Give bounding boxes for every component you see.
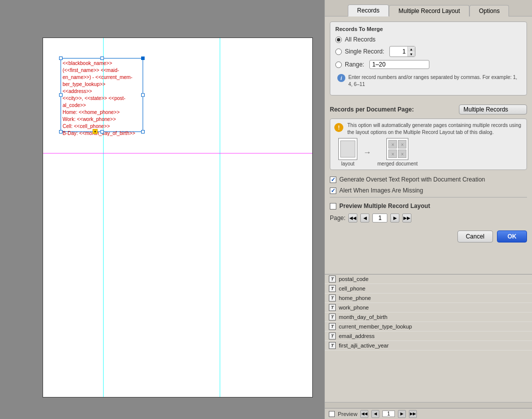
field-type-icon-5: T — [329, 314, 336, 320]
dialog-panel: Records Multiple Record Layout Options R… — [324, 0, 532, 419]
field-address: <<address>> — [63, 88, 141, 95]
field-name-email: email_address — [339, 333, 375, 339]
field-list-item-ajli-year[interactable]: T first_ajli_active_year — [325, 341, 532, 350]
bottom-preview-bar: Preview ◀◀ ◀ 1 ▶ ▶▶ — [325, 408, 532, 419]
tab-records[interactable]: Records — [348, 4, 389, 16]
canvas-area: + <<blackbook_name>> (<<first_name>> <<m… — [0, 0, 324, 419]
stepper-up[interactable]: ▲ — [408, 46, 415, 52]
grid-cell-3 — [388, 150, 397, 158]
handle-bot-mid[interactable] — [100, 130, 104, 134]
merged-icon — [386, 138, 408, 160]
preview-bar-checkbox[interactable] — [329, 411, 335, 417]
field-name-postal-code: postal_code — [339, 276, 368, 282]
records-per-page-dropdown[interactable]: Single Record Multiple Records — [459, 104, 527, 114]
handle-bot-right[interactable] — [141, 130, 145, 134]
guide-vertical-2 — [220, 38, 220, 397]
bottom-page-input[interactable]: 1 — [382, 410, 395, 417]
range-row: Range: 1–20 — [335, 60, 521, 69]
warning-content: ! This option will automatically generat… — [334, 122, 522, 136]
page-input[interactable]: 1 — [372, 214, 387, 222]
bottom-nav-last[interactable]: ▶▶ — [409, 410, 417, 418]
single-record-row: Single Record: 1 ▲ ▼ — [335, 46, 521, 57]
records-per-page-select[interactable]: Single Record Multiple Records — [463, 106, 516, 113]
field-type-icon: T — [329, 276, 336, 282]
field-list-item-work-phone[interactable]: T work_phone — [325, 303, 532, 312]
field-home: Home: <<home_phone>> — [63, 109, 141, 116]
field-work: Work: <<work_phone>> — [63, 116, 141, 123]
range-input[interactable]: 1–20 — [369, 60, 429, 69]
page-document: + <<blackbook_name>> (<<first_name>> <<m… — [43, 38, 313, 398]
cancel-button[interactable]: Cancel — [457, 230, 493, 242]
field-cell: Cell: <<cell_phone>> — [63, 123, 141, 130]
single-record-radio[interactable] — [335, 48, 342, 55]
single-record-label: Single Record: — [345, 48, 384, 55]
field-type-icon-2: T — [329, 285, 336, 292]
field-list-item-home-phone[interactable]: T home_phone — [325, 294, 532, 303]
field-list-item-email[interactable]: T email_address — [325, 332, 532, 341]
field-list-item-postal-code[interactable]: T postal_code — [325, 274, 532, 284]
bottom-nav-next[interactable]: ▶ — [398, 410, 406, 418]
tab-options[interactable]: Options — [469, 5, 509, 16]
bottom-nav-first[interactable]: ◀◀ — [360, 410, 368, 418]
nav-last-btn[interactable]: ▶▶ — [402, 214, 411, 222]
handle-mid-right[interactable] — [141, 94, 145, 97]
alert-missing-label: Alert When Images Are Missing — [339, 187, 423, 194]
nav-next-btn[interactable]: ▶ — [390, 214, 399, 222]
field-type-icon-4: T — [329, 304, 336, 311]
field-blackbook-name: <<blackbook_name>> — [63, 60, 141, 67]
field-name-cell-phone: cell_phone — [339, 286, 365, 292]
guide-magenta — [43, 153, 312, 154]
handle-mid-left[interactable] — [59, 94, 63, 97]
alert-missing-row: Alert When Images Are Missing — [325, 185, 532, 196]
single-record-stepper[interactable]: 1 ▲ ▼ — [389, 46, 415, 57]
merged-icon-col: merged document — [377, 138, 418, 166]
field-list: T postal_code T cell_phone T home_phone … — [325, 274, 532, 419]
grid-cell-1 — [388, 140, 397, 148]
layout-preview: layout → merged document — [334, 136, 522, 166]
field-type-icon-8: T — [329, 342, 336, 349]
text-frame[interactable]: + <<blackbook_name>> (<<first_name>> <<m… — [61, 58, 143, 132]
handle-bot-left[interactable] — [59, 130, 63, 134]
field-type-icon-7: T — [329, 332, 336, 340]
preview-label: Preview Multiple Record Layout — [339, 202, 430, 210]
generate-overset-row: Generate Overset Text Report with Docume… — [325, 174, 532, 185]
records-per-page-label: Records per Document Page: — [330, 106, 414, 113]
alert-missing-checkbox[interactable] — [330, 188, 336, 194]
field-name-home-phone: home_phone — [339, 295, 371, 301]
preview-checkbox[interactable] — [330, 203, 336, 210]
field-city-state: <<city>>, <<state>> <<post-al_code>> — [63, 95, 141, 109]
layout-icon-col: layout — [338, 138, 357, 166]
all-records-label: All Records — [345, 36, 375, 43]
info-text: Enter record numbers and/or ranges separ… — [348, 74, 519, 88]
grid-cell-2 — [398, 140, 406, 148]
layout-single-icon — [338, 138, 357, 160]
generate-overset-checkbox[interactable] — [330, 176, 336, 183]
text-frame-content: <<blackbook_name>> (<<first_name>> <<mai… — [61, 58, 143, 138]
handle-top-left[interactable] — [59, 56, 63, 60]
range-radio[interactable] — [335, 62, 342, 68]
merged-label: merged document — [377, 161, 418, 166]
stepper-buttons: ▲ ▼ — [407, 46, 415, 56]
info-row: i Enter record numbers and/or ranges sep… — [335, 72, 521, 90]
stepper-down[interactable]: ▼ — [408, 52, 415, 56]
records-per-page-row: Records per Document Page: Single Record… — [325, 100, 532, 118]
layout-single-content — [340, 140, 355, 158]
all-records-row: All Records — [335, 36, 521, 43]
handle-top-right[interactable] — [141, 56, 145, 60]
nav-first-btn[interactable]: ◀◀ — [348, 214, 357, 222]
nav-prev-btn[interactable]: ◀ — [360, 214, 369, 222]
single-record-input[interactable]: 1 — [390, 48, 407, 56]
horizontal-scrollbar[interactable] — [325, 402, 532, 408]
field-list-item-cell-phone[interactable]: T cell_phone — [325, 284, 532, 294]
preview-bar-label: Preview — [338, 411, 357, 417]
handle-top-mid[interactable] — [100, 56, 104, 60]
overset-indicator: + — [93, 129, 98, 134]
all-records-radio[interactable] — [335, 36, 342, 43]
field-list-item-month-day[interactable]: T month_day_of_birth — [325, 312, 532, 322]
ok-button[interactable]: OK — [497, 230, 527, 242]
grid-cell-4 — [398, 150, 406, 158]
field-list-item-member-type[interactable]: T current_member_type_lookup — [325, 322, 532, 332]
bottom-nav-prev[interactable]: ◀ — [371, 410, 379, 418]
field-name-work-phone: work_phone — [339, 304, 369, 310]
tab-multiple-record-layout[interactable]: Multiple Record Layout — [389, 5, 469, 16]
